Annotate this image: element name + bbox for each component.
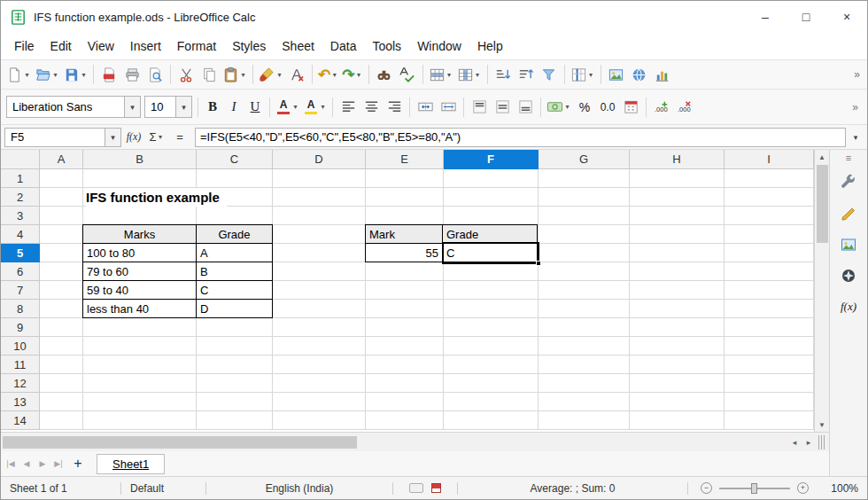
selection-statistics[interactable]: Average: ; Sum: 0 bbox=[458, 477, 687, 499]
page-style[interactable]: Default bbox=[121, 477, 205, 499]
previous-sheet-button[interactable]: ◀ bbox=[19, 459, 35, 468]
column-header-e[interactable]: E bbox=[366, 150, 444, 169]
print-button[interactable] bbox=[120, 63, 143, 86]
font-size-combo[interactable]: 10▾ bbox=[144, 96, 192, 118]
dropdown-arrow-icon[interactable]: ▾ bbox=[124, 97, 140, 117]
sidebar-properties-button[interactable] bbox=[836, 170, 861, 195]
cell-b8[interactable]: less than 40 bbox=[83, 300, 197, 318]
row-header-13[interactable]: 13 bbox=[1, 393, 40, 411]
first-sheet-button[interactable]: |◀ bbox=[3, 459, 19, 468]
function-wizard-button[interactable]: f(x) bbox=[123, 128, 144, 147]
column-header-b[interactable]: B bbox=[83, 150, 197, 169]
copy-button[interactable] bbox=[198, 63, 221, 86]
insert-chart-button[interactable] bbox=[651, 63, 674, 86]
redo-button[interactable]: ↷▾ bbox=[340, 63, 364, 86]
clear-formatting-button[interactable] bbox=[285, 63, 308, 86]
column-header-a[interactable]: A bbox=[40, 150, 83, 169]
row-header-3[interactable]: 3 bbox=[1, 207, 40, 225]
insert-hyperlink-button[interactable] bbox=[628, 63, 651, 86]
menu-edit[interactable]: Edit bbox=[43, 35, 80, 57]
find-replace-button[interactable] bbox=[373, 63, 396, 86]
sidebar-navigator-button[interactable] bbox=[836, 263, 861, 288]
insert-image-button[interactable] bbox=[605, 63, 628, 86]
row-header-12[interactable]: 12 bbox=[1, 374, 40, 393]
cut-button[interactable] bbox=[174, 63, 198, 86]
format-currency-button[interactable]: ▾ bbox=[545, 96, 573, 119]
name-box[interactable]: F5▾ bbox=[4, 128, 121, 147]
undo-button[interactable]: ↶▾ bbox=[316, 63, 340, 86]
delete-decimal-button[interactable] bbox=[673, 96, 696, 119]
menu-view[interactable]: View bbox=[80, 35, 122, 57]
open-button[interactable]: ▾ bbox=[33, 63, 61, 86]
format-number-button[interactable]: 0.0 bbox=[596, 96, 619, 119]
select-all-corner[interactable] bbox=[1, 150, 40, 169]
column-header-h[interactable]: H bbox=[630, 150, 725, 169]
row-header-7[interactable]: 7 bbox=[1, 281, 40, 300]
toolbar-overflow-icon[interactable]: » bbox=[850, 68, 864, 81]
sidebar-gallery-button[interactable] bbox=[836, 232, 861, 257]
cell-b2-sheet-title[interactable]: IFS function example bbox=[86, 188, 227, 207]
next-sheet-button[interactable]: ▶ bbox=[35, 459, 50, 468]
cell-c8[interactable]: D bbox=[197, 300, 273, 318]
align-bottom-button[interactable] bbox=[514, 96, 537, 119]
sheet-tab-sheet1[interactable]: Sheet1 bbox=[97, 454, 165, 474]
sort-ascending-button[interactable] bbox=[492, 63, 515, 86]
zoom-slider-track[interactable] bbox=[719, 488, 790, 489]
sheet-info[interactable]: Sheet 1 of 1 bbox=[1, 477, 120, 499]
add-decimal-button[interactable] bbox=[650, 96, 673, 119]
cell-c4[interactable]: Grade bbox=[197, 225, 273, 244]
cell-c6[interactable]: B bbox=[197, 262, 273, 281]
cell-b6[interactable]: 79 to 60 bbox=[83, 262, 197, 281]
row-header-1[interactable]: 1 bbox=[1, 169, 40, 188]
column-header-d[interactable]: D bbox=[273, 150, 366, 169]
merge-cells-button[interactable] bbox=[414, 96, 437, 119]
clone-formatting-button[interactable]: ▾ bbox=[257, 63, 285, 86]
cell-c5[interactable]: A bbox=[197, 244, 273, 262]
format-date-button[interactable] bbox=[619, 96, 642, 119]
scroll-left-icon[interactable]: ◂ bbox=[787, 438, 802, 447]
menu-file[interactable]: File bbox=[6, 35, 43, 57]
row-header-9[interactable]: 9 bbox=[1, 318, 40, 337]
close-button[interactable]: × bbox=[826, 1, 867, 33]
bold-button[interactable]: B bbox=[202, 96, 223, 119]
cell-b5[interactable]: 100 to 80 bbox=[83, 244, 197, 262]
paste-button[interactable]: ▾ bbox=[221, 63, 249, 86]
column-header-i[interactable]: I bbox=[725, 150, 814, 169]
autofilter-button[interactable] bbox=[538, 63, 561, 86]
scroll-right-icon[interactable]: ▸ bbox=[802, 438, 816, 447]
menu-sheet[interactable]: Sheet bbox=[274, 35, 322, 57]
scroll-up-icon[interactable]: ▲ bbox=[815, 150, 829, 164]
align-top-button[interactable] bbox=[468, 96, 491, 119]
cell-e5[interactable]: 55 bbox=[366, 244, 443, 262]
cell-f4[interactable]: Grade bbox=[443, 225, 538, 244]
align-center-button[interactable] bbox=[360, 96, 383, 119]
sidebar-styles-button[interactable] bbox=[836, 201, 861, 226]
horizontal-scrollbar[interactable]: ◂ ▸ bbox=[1, 432, 829, 451]
language-status[interactable]: English (India) bbox=[206, 477, 392, 499]
font-color-button[interactable]: A▾ bbox=[274, 96, 301, 119]
formula-input[interactable] bbox=[195, 128, 846, 147]
minimize-button[interactable]: – bbox=[745, 1, 786, 33]
split-window-handle[interactable] bbox=[818, 435, 826, 449]
zoom-level[interactable]: 100% bbox=[821, 477, 867, 499]
horizontal-scrollbar-thumb[interactable] bbox=[3, 436, 357, 449]
vertical-scrollbar-thumb[interactable] bbox=[817, 165, 828, 243]
menu-help[interactable]: Help bbox=[469, 35, 511, 57]
formula-equals-button[interactable]: = bbox=[169, 128, 190, 147]
format-percent-button[interactable]: % bbox=[573, 96, 596, 119]
row-header-11[interactable]: 11 bbox=[1, 355, 40, 374]
zoom-out-button[interactable]: − bbox=[701, 482, 712, 494]
cell-b7[interactable]: 59 to 40 bbox=[83, 281, 197, 300]
row-header-2[interactable]: 2 bbox=[1, 188, 40, 207]
menu-insert[interactable]: Insert bbox=[122, 35, 169, 57]
dropdown-arrow-icon[interactable]: ▾ bbox=[175, 97, 191, 117]
fill-handle[interactable] bbox=[536, 261, 541, 266]
align-left-button[interactable] bbox=[337, 96, 360, 119]
new-document-button[interactable]: ▾ bbox=[4, 63, 33, 86]
cell-c7[interactable]: C bbox=[197, 281, 273, 300]
zoom-in-button[interactable]: + bbox=[797, 482, 809, 494]
vertical-scrollbar[interactable]: ▲ ▼ bbox=[814, 150, 829, 432]
align-right-button[interactable] bbox=[383, 96, 406, 119]
menu-data[interactable]: Data bbox=[322, 35, 365, 57]
menu-format[interactable]: Format bbox=[169, 35, 224, 57]
